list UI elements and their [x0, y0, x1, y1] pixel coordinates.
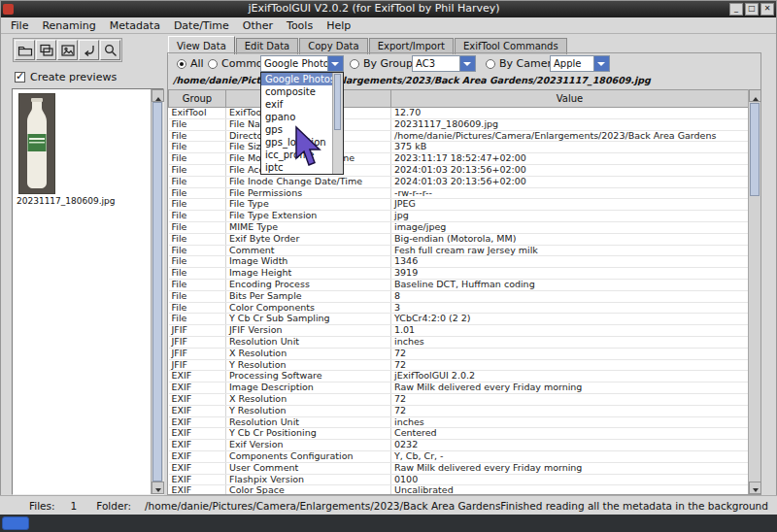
- table-row[interactable]: FileY Cb Cr Sub SamplingYCbCr4:2:0 (2 2): [169, 314, 749, 325]
- scrollbar-thumb[interactable]: [152, 102, 162, 482]
- table-row[interactable]: EXIFComponents ConfigurationY, Cb, Cr, -: [169, 450, 749, 462]
- folder-path: /home/danie/Pictures/Camera/Enlargements…: [145, 500, 500, 512]
- close-button[interactable]: ✕: [760, 3, 774, 16]
- table-cell: File: [169, 176, 226, 187]
- minimize-button[interactable]: _: [729, 3, 743, 16]
- table-cell: Uncalibrated: [391, 485, 749, 494]
- group-combobox[interactable]: AC3: [412, 55, 476, 72]
- table-row[interactable]: EXIFExif Version0232: [169, 440, 749, 451]
- tagset-combobox[interactable]: Google Photos: [260, 55, 344, 72]
- dropdown-option-composite[interactable]: composite: [261, 85, 332, 98]
- tab-view-data[interactable]: View Data: [168, 36, 235, 54]
- table-row[interactable]: JFIFY Resolution72: [169, 359, 749, 371]
- table-cell: JFIF: [169, 348, 226, 359]
- table-cell: YCbCr4:2:0 (2 2): [391, 314, 749, 325]
- create-previews-checkbox[interactable]: Create previews: [15, 71, 117, 83]
- table-header: GroupValue: [169, 90, 749, 108]
- menu-tools[interactable]: Tools: [280, 19, 320, 32]
- filelist-scrollbar[interactable]: [151, 89, 163, 494]
- table-row[interactable]: FileFile Size375 kB: [169, 142, 749, 153]
- table-scrollbar[interactable]: [748, 89, 760, 494]
- open-folder-button[interactable]: [15, 40, 35, 60]
- table-row[interactable]: FileFile Name20231117_180609.jpg: [169, 118, 749, 130]
- tab-export-import[interactable]: Export/Import: [369, 38, 454, 54]
- tab-exiftool-commands[interactable]: ExifTool Commands: [455, 38, 567, 54]
- chevron-down-icon[interactable]: [459, 56, 475, 71]
- table-row[interactable]: FileFile Type Extensionjpg: [169, 211, 749, 222]
- popup-scrollbar-thumb[interactable]: [334, 74, 341, 130]
- scroll-down-arrow-icon[interactable]: [152, 482, 164, 494]
- dropdown-option-gps-location[interactable]: gps_location: [261, 136, 332, 149]
- column-header-group[interactable]: Group: [169, 90, 226, 108]
- table-row[interactable]: JFIFX Resolution72: [169, 348, 749, 359]
- radio-all[interactable]: All: [177, 55, 204, 72]
- dropdown-option-exif[interactable]: exif: [261, 98, 332, 111]
- chevron-down-icon[interactable]: [327, 56, 343, 71]
- table-row[interactable]: JFIFResolution Unitinches: [169, 336, 749, 348]
- popup-scrollbar[interactable]: [332, 73, 343, 174]
- table-row[interactable]: EXIFUser CommentRaw Milk delivered every…: [169, 462, 749, 474]
- table-row[interactable]: FileColor Components3: [169, 302, 749, 314]
- table-row[interactable]: EXIFProcessing SoftwarejExifToolGUI 2.0.…: [169, 371, 749, 382]
- table-row[interactable]: EXIFColor SpaceUncalibrated: [169, 485, 749, 494]
- table-row[interactable]: FileFile Permissions-rw-r--r--: [169, 187, 749, 199]
- table-row[interactable]: FileMIME Typeimage/jpeg: [169, 221, 749, 233]
- load-images-button[interactable]: [36, 40, 56, 60]
- camera-combobox[interactable]: Apple: [550, 55, 610, 72]
- table-row[interactable]: FileFile Modification Date/Time2023:11:1…: [169, 153, 749, 165]
- dropdown-option-iptc[interactable]: iptc: [261, 161, 332, 174]
- scrollbar-thumb[interactable]: [750, 103, 760, 196]
- table-cell: Y Resolution: [226, 405, 391, 416]
- dropdown-option-google-photos[interactable]: Google Photos: [261, 73, 332, 85]
- table-cell: 72: [391, 393, 749, 405]
- table-row[interactable]: EXIFX Resolution72: [169, 393, 749, 405]
- scroll-up-arrow-icon[interactable]: [152, 89, 164, 102]
- column-header-value[interactable]: Value: [391, 90, 749, 108]
- table-row[interactable]: JFIFJFIF Version1.01: [169, 325, 749, 337]
- dropdown-option-gpano[interactable]: gpano: [261, 111, 332, 123]
- file-thumbnail[interactable]: [18, 93, 55, 194]
- table-row[interactable]: FileEncoding ProcessBaseline DCT, Huffma…: [169, 279, 749, 290]
- taskbar-app-button[interactable]: [2, 516, 29, 530]
- menu-file[interactable]: File: [4, 19, 35, 32]
- radio-by-camera[interactable]: By Camera: [486, 55, 558, 72]
- table-row[interactable]: EXIFY Cb Cr PositioningCentered: [169, 428, 749, 440]
- table-row[interactable]: FileFile Access Date/Time2024:01:03 20:1…: [169, 164, 749, 176]
- single-image-button[interactable]: [57, 40, 78, 60]
- radio-by-group[interactable]: By Group: [350, 55, 413, 72]
- chevron-down-icon[interactable]: [593, 56, 609, 71]
- table-cell: JFIF: [169, 359, 226, 371]
- menu-date-time[interactable]: Date/Time: [167, 19, 236, 32]
- table-row[interactable]: FileDirectory/home/danie/Pictures/Camera…: [169, 130, 749, 142]
- maximize-button[interactable]: □: [745, 3, 759, 16]
- scroll-up-arrow-icon[interactable]: [749, 89, 761, 102]
- table-row[interactable]: EXIFImage DescriptionRaw Milk delivered …: [169, 382, 749, 394]
- table-row[interactable]: FileFile Inode Change Date/Time2024:01:0…: [169, 176, 749, 187]
- table-row[interactable]: EXIFFlashpix Version0100: [169, 474, 749, 485]
- table-row[interactable]: ExifToolExifTool Version Number12.70: [169, 108, 749, 119]
- reload-button[interactable]: [79, 40, 99, 60]
- dropdown-option-gps[interactable]: gps: [261, 123, 332, 136]
- file-toolbar: [13, 38, 122, 62]
- table-row[interactable]: FileExif Byte OrderBig-endian (Motorola,…: [169, 233, 749, 245]
- dropdown-option-icc-profile[interactable]: icc_profile: [261, 149, 332, 161]
- menu-renaming[interactable]: Renaming: [35, 19, 102, 32]
- preview-button[interactable]: [100, 40, 120, 60]
- table-row[interactable]: FileCommentFesh full cream raw Jersey mi…: [169, 245, 749, 256]
- scroll-down-arrow-icon[interactable]: [749, 482, 761, 494]
- menu-metadata[interactable]: Metadata: [103, 19, 167, 32]
- table-row[interactable]: FileFile TypeJPEG: [169, 199, 749, 211]
- menu-other[interactable]: Other: [236, 19, 280, 32]
- table-row[interactable]: FileImage Width1346: [169, 256, 749, 268]
- titlebar[interactable]: jExifToolGUI V2.0.2 (for ExifTool by Phi…: [0, 0, 777, 17]
- table-cell: File: [169, 290, 226, 302]
- tab-edit-data[interactable]: Edit Data: [236, 38, 298, 54]
- table-row[interactable]: FileBits Per Sample8: [169, 290, 749, 302]
- menu-help[interactable]: Help: [320, 19, 357, 32]
- table-row[interactable]: FileImage Height3919: [169, 268, 749, 280]
- table-cell: User Comment: [226, 462, 391, 474]
- table-row[interactable]: EXIFResolution Unitinches: [169, 416, 749, 428]
- app-icon: [3, 4, 14, 15]
- tab-copy-data[interactable]: Copy Data: [299, 38, 367, 54]
- table-row[interactable]: EXIFY Resolution72: [169, 405, 749, 416]
